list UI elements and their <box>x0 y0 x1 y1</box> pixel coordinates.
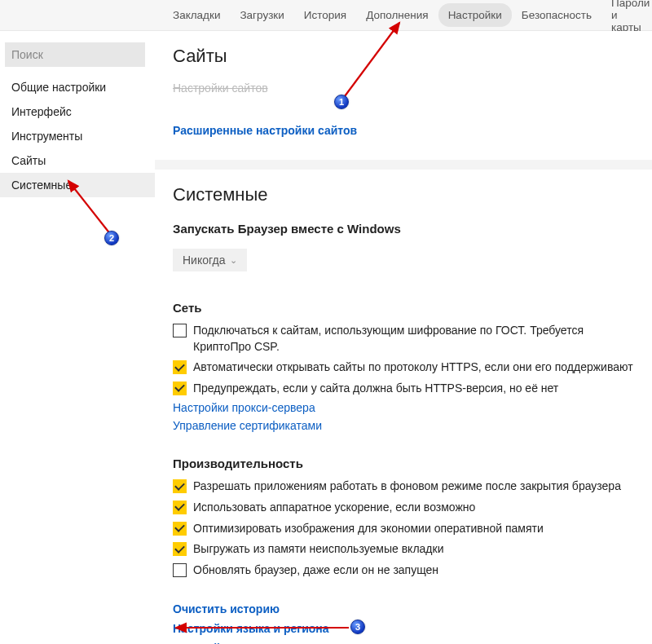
launch-dropdown[interactable]: Никогда ⌄ <box>173 249 247 271</box>
proxy-settings-link[interactable]: Настройки прокси-сервера <box>173 401 634 414</box>
opt-label: Подключаться к сайтам, использующим шифр… <box>193 323 634 355</box>
system-section: Системные Запускать Браузер вместе с Win… <box>155 170 652 644</box>
tab-addons[interactable]: Дополнения <box>356 3 438 27</box>
advanced-site-settings-link[interactable]: Расширенные настройки сайтов <box>173 124 634 137</box>
opt-label: Предупреждать, если у сайта должна быть … <box>193 381 558 397</box>
sidebar-item-interface[interactable]: Интерфейс <box>0 99 155 124</box>
search-input[interactable] <box>11 48 139 61</box>
tab-settings[interactable]: Настройки <box>438 3 512 27</box>
chevron-down-icon: ⌄ <box>230 255 237 266</box>
bottom-links: Очистить историю Настройки языка и регио… <box>173 602 634 644</box>
network-heading: Сеть <box>173 301 634 315</box>
checkbox-checked-icon[interactable] <box>173 479 187 493</box>
clear-history-link[interactable]: Очистить историю <box>173 602 634 615</box>
checkbox-icon[interactable] <box>173 563 187 577</box>
network-opt-https-warn[interactable]: Предупреждать, если у сайта должна быть … <box>173 381 634 397</box>
checkbox-checked-icon[interactable] <box>173 382 187 395</box>
opt-label: Оптимизировать изображения для экономии … <box>193 521 544 537</box>
sites-struck-link: Настройки сайтов <box>173 82 634 95</box>
launch-value: Никогда <box>183 254 225 267</box>
opt-label: Автоматически открывать сайты по протоко… <box>193 359 633 376</box>
performance-heading: Производительность <box>173 457 634 470</box>
checkbox-icon[interactable] <box>173 324 187 337</box>
perf-opt-hardware[interactable]: Использовать аппаратное ускорение, если … <box>173 500 634 516</box>
launch-heading: Запускать Браузер вместе с Windows <box>173 222 634 236</box>
search-box[interactable] <box>5 42 145 67</box>
perf-opt-images[interactable]: Оптимизировать изображения для экономии … <box>173 521 634 537</box>
settings-content: Сайты Настройки сайтов Расширенные настр… <box>155 31 652 644</box>
sidebar-item-general[interactable]: Общие настройки <box>0 75 155 99</box>
opt-label: Обновлять браузер, даже если он не запущ… <box>193 562 438 579</box>
callout-badge-2: 2 <box>104 231 119 245</box>
sites-section: Сайты Настройки сайтов Расширенные настр… <box>155 31 652 160</box>
sidebar-item-tools[interactable]: Инструменты <box>0 124 155 148</box>
language-region-link[interactable]: Настройки языка и региона <box>173 622 634 635</box>
perf-opt-background[interactable]: Разрешать приложениям работать в фоновом… <box>173 479 634 495</box>
checkbox-checked-icon[interactable] <box>173 501 187 514</box>
system-heading: Системные <box>173 184 634 205</box>
opt-label: Использовать аппаратное ускорение, если … <box>193 500 475 516</box>
network-opt-gost[interactable]: Подключаться к сайтам, использующим шифр… <box>173 323 634 355</box>
tab-downloads[interactable]: Загрузки <box>230 3 293 27</box>
network-opt-https-auto[interactable]: Автоматически открывать сайты по протоко… <box>173 359 634 376</box>
perf-opt-update-closed[interactable]: Обновлять браузер, даже если он не запущ… <box>173 562 634 579</box>
callout-badge-1: 1 <box>334 95 349 109</box>
tab-security[interactable]: Безопасность <box>512 3 601 27</box>
sites-heading: Сайты <box>173 46 634 67</box>
top-tabbar: Закладки Загрузки История Дополнения Нас… <box>0 0 652 31</box>
checkbox-checked-icon[interactable] <box>173 522 187 536</box>
certificates-link[interactable]: Управление сертификатами <box>173 419 634 432</box>
tab-history[interactable]: История <box>294 3 356 27</box>
sidebar-item-sites[interactable]: Сайты <box>0 148 155 173</box>
settings-sidebar: Общие настройки Интерфейс Инструменты Са… <box>0 31 155 644</box>
sidebar-item-system[interactable]: Системные <box>0 173 155 197</box>
opt-label: Разрешать приложениям работать в фоновом… <box>193 479 621 495</box>
checkbox-checked-icon[interactable] <box>173 360 187 374</box>
perf-opt-unload-tabs[interactable]: Выгружать из памяти неиспользуемые вклад… <box>173 541 634 558</box>
checkbox-checked-icon[interactable] <box>173 542 187 556</box>
opt-label: Выгружать из памяти неиспользуемые вклад… <box>193 541 443 558</box>
callout-badge-3: 3 <box>350 620 365 634</box>
tab-bookmarks[interactable]: Закладки <box>163 3 230 27</box>
